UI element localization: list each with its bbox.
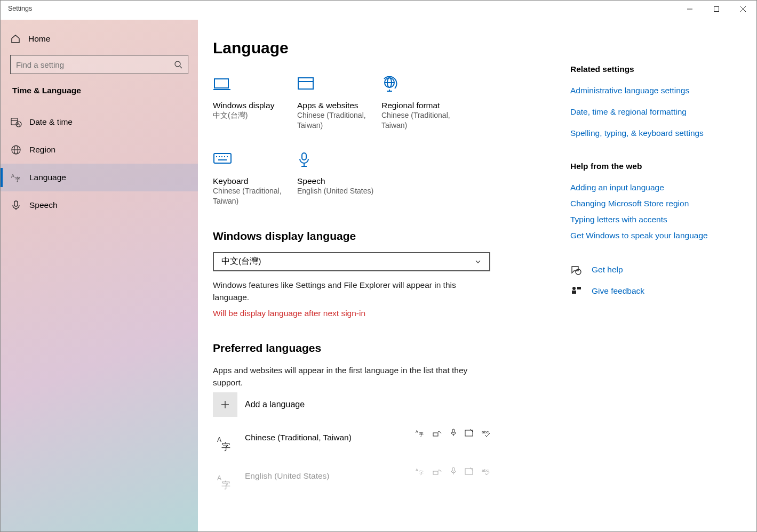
language-icon: A字 — [213, 431, 237, 455]
help-web-heading: Help from the web — [570, 162, 752, 171]
sidebar-item-region[interactable]: Region — [1, 136, 198, 164]
sidebar-item-label: Language — [29, 173, 66, 182]
preferred-languages-heading: Preferred languages — [213, 342, 538, 354]
svg-text:字: 字 — [15, 176, 20, 182]
home-icon — [10, 34, 21, 44]
sidebar-item-language[interactable]: A字 Language — [1, 164, 198, 191]
search-icon — [174, 60, 182, 69]
tile-title: Regional format — [381, 101, 466, 110]
feature-icons: A字 abc — [416, 467, 492, 475]
link-add-input-lang[interactable]: Adding an input language — [570, 183, 752, 192]
svg-text:abc: abc — [482, 468, 489, 473]
close-button[interactable] — [730, 1, 756, 18]
handwriting-icon — [465, 467, 474, 475]
svg-rect-18 — [214, 79, 228, 88]
spellcheck-icon: abc — [482, 429, 492, 437]
language-name: English (United States) — [245, 469, 330, 481]
svg-text:A: A — [416, 468, 418, 472]
language-name: Chinese (Traditional, Taiwan) — [245, 431, 352, 442]
globe-stand-icon — [381, 76, 466, 92]
link-change-store-region[interactable]: Changing Microsoft Store region — [570, 199, 752, 208]
preferred-languages-desc: Apps and websites will appear in the fir… — [213, 364, 490, 389]
search-box[interactable] — [10, 55, 188, 74]
globe-icon — [10, 144, 22, 156]
sidebar-item-speech[interactable]: Speech — [1, 191, 198, 219]
display-language-dropdown[interactable]: 中文(台灣) — [213, 252, 490, 271]
feedback-icon — [570, 285, 582, 297]
link-spelling-keyboard[interactable]: Spelling, typing, & keyboard settings — [570, 128, 752, 138]
sidebar-item-date-time[interactable]: Date & time — [1, 108, 198, 136]
handwriting-icon — [465, 429, 474, 437]
sidebar-item-label: Speech — [29, 200, 58, 210]
tile-title: Apps & websites — [297, 101, 381, 110]
svg-rect-16 — [14, 201, 18, 206]
tile-sub: Chinese (Traditional, Taiwan) — [297, 110, 381, 131]
dropdown-value: 中文(台灣) — [221, 256, 261, 267]
svg-rect-44 — [452, 429, 455, 433]
speech-rec-icon — [450, 467, 457, 475]
language-row-chinese[interactable]: A字 Chinese (Traditional, Taiwan) A字 abc — [213, 431, 538, 455]
language-row-english[interactable]: A字 English (United States) A字 abc — [213, 469, 538, 494]
tile-regional-format[interactable]: Regional format Chinese (Traditional, Ta… — [381, 76, 466, 131]
sidebar-category: Time & Language — [1, 74, 198, 95]
svg-rect-46 — [465, 430, 473, 436]
svg-line-10 — [19, 124, 20, 125]
search-input[interactable] — [16, 60, 174, 69]
add-language-label: Add a language — [245, 400, 305, 409]
minimize-button[interactable] — [676, 1, 703, 18]
svg-text:A: A — [11, 173, 14, 179]
tile-speech[interactable]: Speech English (United States) — [297, 152, 381, 206]
tile-apps-websites[interactable]: Apps & websites Chinese (Traditional, Ta… — [297, 76, 381, 131]
link-typing-accents[interactable]: Typing letters with accents — [570, 215, 752, 224]
svg-text:A: A — [217, 436, 221, 444]
display-lang-icon: A字 — [416, 467, 425, 475]
feature-icons: A字 abc — [416, 429, 492, 437]
give-feedback-label: Give feedback — [592, 286, 644, 296]
svg-rect-27 — [214, 154, 231, 163]
get-help-link[interactable]: Get help — [570, 264, 752, 276]
tile-sub: 中文(台灣) — [213, 110, 297, 120]
tile-windows-display[interactable]: Windows display 中文(台灣) — [213, 76, 297, 131]
sidebar: Home Time & Language Date & time Region … — [1, 20, 198, 531]
give-feedback-link[interactable]: Give feedback — [570, 285, 752, 297]
tile-sub: Chinese (Traditional, Taiwan) — [381, 110, 466, 131]
svg-rect-54 — [452, 467, 455, 471]
language-icon: A字 — [213, 469, 237, 494]
window-icon — [297, 76, 381, 92]
get-help-label: Get help — [592, 265, 623, 275]
display-lang-icon: A字 — [416, 429, 425, 437]
svg-line-5 — [180, 66, 182, 68]
display-language-heading: Windows display language — [213, 230, 538, 243]
spellcheck-icon: abc — [482, 467, 492, 475]
sidebar-home[interactable]: Home — [1, 26, 198, 52]
svg-rect-62 — [577, 287, 581, 289]
sidebar-home-label: Home — [28, 34, 50, 44]
sidebar-item-label: Region — [29, 145, 55, 155]
svg-rect-53 — [433, 471, 438, 474]
tile-keyboard[interactable]: Keyboard Chinese (Traditional, Taiwan) — [213, 152, 297, 206]
link-date-regional[interactable]: Date, time & regional formatting — [570, 107, 752, 117]
svg-text:字: 字 — [221, 442, 230, 452]
microphone-icon — [297, 152, 381, 168]
display-language-desc: Windows features like Settings and File … — [213, 279, 490, 304]
tts-icon — [433, 467, 442, 475]
link-windows-speak[interactable]: Get Windows to speak your language — [570, 231, 752, 240]
svg-text:字: 字 — [419, 470, 424, 475]
tile-sub: English (United States) — [297, 186, 381, 196]
tts-icon — [433, 429, 442, 437]
related-settings-heading: Related settings — [570, 65, 752, 74]
tile-title: Keyboard — [213, 176, 297, 186]
svg-rect-34 — [302, 153, 306, 160]
svg-point-4 — [175, 61, 180, 67]
plus-icon — [213, 392, 237, 417]
tile-sub: Chinese (Traditional, Taiwan) — [213, 186, 297, 206]
page-title: Language — [213, 39, 538, 57]
link-admin-language[interactable]: Administrative language settings — [570, 86, 752, 95]
svg-rect-43 — [433, 433, 438, 436]
svg-rect-20 — [298, 78, 313, 89]
sidebar-item-label: Date & time — [29, 117, 73, 127]
chevron-down-icon — [474, 258, 482, 265]
display-language-warning: Will be display language after next sign… — [213, 309, 538, 318]
maximize-button[interactable] — [703, 1, 730, 18]
add-language-button[interactable]: Add a language — [213, 392, 538, 417]
